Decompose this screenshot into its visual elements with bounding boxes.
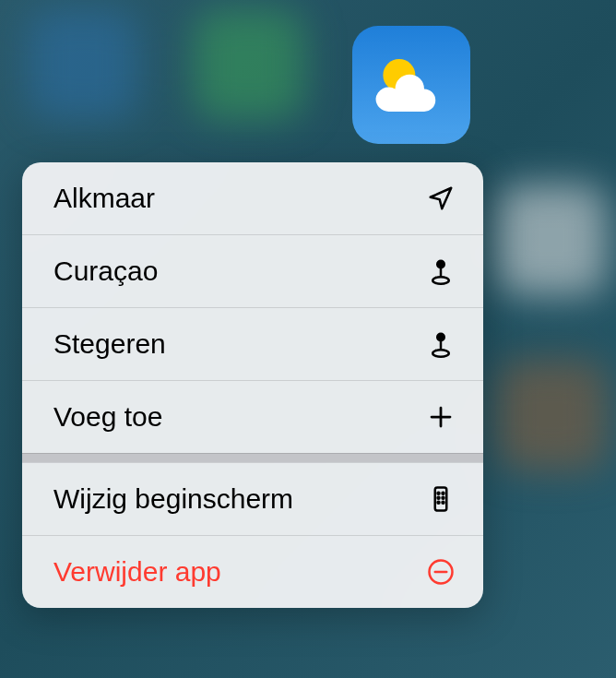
svg-point-10: [438, 497, 440, 499]
bg-app-icon: [496, 360, 607, 470]
bg-app-icon: [194, 9, 304, 120]
menu-item-edit-home[interactable]: Wijzig beginscherm: [22, 462, 483, 535]
menu-item-alkmaar[interactable]: Alkmaar: [22, 162, 483, 234]
menu-item-remove-app[interactable]: Verwijder app: [22, 535, 483, 608]
menu-item-label: Voeg toe: [53, 401, 162, 433]
weather-icon: [370, 53, 453, 117]
menu-item-label: Alkmaar: [53, 183, 155, 214]
menu-separator: [22, 453, 483, 462]
svg-point-13: [443, 502, 444, 504]
menu-item-stegeren[interactable]: Stegeren: [22, 307, 483, 380]
minus-circle-icon: [426, 557, 456, 587]
svg-rect-7: [435, 488, 447, 511]
phone-icon: [426, 484, 456, 514]
bg-app-icon: [496, 184, 607, 295]
menu-item-label: Stegeren: [53, 328, 166, 360]
menu-item-curacao[interactable]: Curaçao: [22, 234, 483, 307]
svg-point-12: [438, 502, 440, 504]
menu-item-add[interactable]: Voeg toe: [22, 380, 483, 453]
bg-app-icon: [28, 9, 138, 120]
svg-point-11: [443, 497, 444, 499]
svg-point-8: [438, 493, 440, 494]
location-arrow-icon: [426, 184, 456, 213]
svg-point-9: [443, 493, 444, 494]
context-menu: Alkmaar Curaçao Stegeren Voeg to: [22, 162, 483, 608]
plus-icon: [426, 402, 456, 432]
weather-app-icon[interactable]: [352, 26, 470, 144]
menu-item-label: Wijzig beginscherm: [53, 483, 293, 515]
menu-item-label: Curaçao: [53, 256, 158, 287]
menu-item-label: Verwijder app: [53, 556, 221, 588]
pin-icon: [426, 256, 456, 286]
pin-icon: [426, 329, 456, 359]
